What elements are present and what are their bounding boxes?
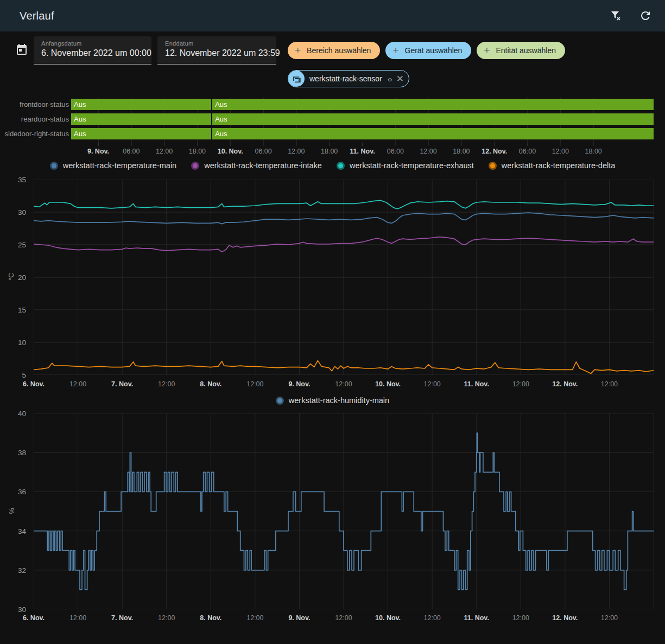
- plus-icon: +: [295, 45, 301, 55]
- tick-label: 18:00: [585, 148, 602, 155]
- temperature-x-axis: 6. Nov.12:007. Nov.12:008. Nov.12:009. N…: [34, 380, 654, 390]
- legend-item[interactable]: werkstatt-rack-temperature-exhaust: [337, 161, 474, 170]
- timeline-segment[interactable]: Aus: [71, 128, 211, 139]
- tick-mark: [296, 143, 296, 146]
- timeline-row-label: sidedoor-right-status: [0, 128, 69, 139]
- timeline-row-labels: frontdoor-statusreardoor-statussidedoor-…: [0, 99, 69, 143]
- legend-series-label: werkstatt-rack-humidity-main: [289, 396, 389, 405]
- tick-mark: [197, 143, 198, 146]
- expand-entity-icon[interactable]: ‹›: [388, 74, 392, 84]
- legend-dot: [191, 162, 199, 170]
- legend-series-label: werkstatt-rack-temperature-exhaust: [350, 161, 474, 170]
- timeline-tick: 06:00: [123, 143, 140, 155]
- humidity-legend: werkstatt-rack-humidity-main: [0, 396, 665, 405]
- timeline-segment[interactable]: Aus: [212, 99, 654, 110]
- x-tick-label: 10. Nov.: [375, 614, 401, 622]
- temperature-legend: werkstatt-rack-temperature-mainwerkstatt…: [0, 161, 665, 170]
- timeline-segment[interactable]: Aus: [71, 113, 211, 125]
- tick-mark: [395, 143, 396, 146]
- tick-mark: [461, 143, 461, 146]
- timeline-segment[interactable]: Aus: [71, 99, 211, 110]
- x-tick-label: 12:00: [246, 380, 263, 388]
- y-tick-label: 38: [18, 449, 26, 457]
- humidity-chart[interactable]: [34, 413, 654, 609]
- legend-item[interactable]: werkstatt-rack-temperature-delta: [489, 161, 616, 170]
- temperature-plot-svg: [34, 180, 654, 375]
- end-date-label: Enddatum: [165, 40, 269, 47]
- remove-entity-icon[interactable]: ✕: [396, 74, 404, 84]
- timeline-tick: 12:00: [420, 143, 436, 155]
- tick-label: 12:00: [420, 148, 436, 155]
- select-device-chip[interactable]: + Gerät auswählen: [385, 42, 471, 59]
- timeline-tick: 18:00: [453, 143, 470, 155]
- legend-item[interactable]: werkstatt-rack-temperature-intake: [191, 161, 322, 170]
- x-tick-label: 11. Nov.: [464, 614, 489, 622]
- humidity-x-axis: 6. Nov.12:007. Nov.12:008. Nov.12:009. N…: [34, 614, 654, 624]
- select-area-chip[interactable]: + Bereich auswählen: [288, 42, 380, 59]
- legend-series-label: werkstatt-rack-temperature-main: [63, 161, 177, 170]
- door-status-timeline: AusAusAusAusAusAus: [71, 99, 654, 143]
- calendar-icon[interactable]: [15, 43, 28, 59]
- timeline-tick: 12:00: [156, 143, 173, 155]
- start-date-field[interactable]: Anfangsdatum 6. November 2022 um 00:00: [34, 36, 151, 65]
- select-area-label: Bereich auswählen: [307, 46, 371, 55]
- segment-state-label: Aus: [74, 113, 86, 125]
- x-tick-label: 6. Nov.: [23, 614, 45, 622]
- y-tick-label: 36: [18, 488, 26, 496]
- temperature-chart[interactable]: [34, 180, 654, 375]
- x-tick-label: 12:00: [601, 614, 618, 622]
- x-tick-label: 8. Nov.: [200, 380, 221, 388]
- x-tick-label: 12:00: [424, 380, 441, 388]
- x-tick-label: 12:00: [246, 614, 263, 622]
- tick-label: 06:00: [123, 148, 140, 155]
- tick-label: 12:00: [288, 148, 305, 155]
- legend-dot: [50, 162, 58, 170]
- timeline-row-label: frontdoor-status: [0, 99, 69, 110]
- filter-remove-icon: [610, 9, 623, 22]
- humidity-plot-svg: [34, 413, 654, 609]
- timeline-segment[interactable]: Aus: [212, 113, 654, 125]
- x-tick-label: 12:00: [335, 614, 352, 622]
- end-date-field[interactable]: Enddatum 12. November 2022 um 23:59: [157, 36, 276, 65]
- timeline-tick: 11. Nov.: [350, 143, 375, 155]
- tick-label: 12. Nov.: [482, 148, 507, 155]
- page-title: Verlauf: [20, 10, 54, 22]
- tick-mark: [362, 143, 363, 146]
- legend-item[interactable]: werkstatt-rack-humidity-main: [276, 396, 389, 405]
- filter-chips-row: + Bereich auswählen + Gerät auswählen + …: [288, 42, 565, 59]
- legend-series-label: werkstatt-rack-temperature-intake: [204, 161, 322, 170]
- remove-filters-icon-button[interactable]: [607, 7, 625, 24]
- x-tick-label: 7. Nov.: [111, 614, 133, 622]
- tick-mark: [527, 143, 528, 146]
- timeline-row: AusAus: [71, 99, 654, 110]
- y-tick-label: 34: [18, 527, 26, 535]
- x-tick-label: 7. Nov.: [111, 380, 133, 388]
- y-tick-label: 5: [22, 371, 26, 379]
- timeline-time-axis: 9. Nov.06:0012:0018:0010. Nov.06:0012:00…: [71, 143, 654, 157]
- x-tick-label: 12:00: [158, 380, 175, 388]
- tick-mark: [494, 143, 495, 146]
- refresh-icon-button[interactable]: [637, 7, 654, 24]
- segment-state-label: Aus: [215, 128, 227, 139]
- x-tick-label: 12:00: [512, 614, 529, 622]
- legend-item[interactable]: werkstatt-rack-temperature-main: [50, 161, 177, 170]
- x-tick-label: 6. Nov.: [23, 380, 45, 388]
- y-tick-label: 25: [18, 241, 26, 249]
- x-tick-label: 12:00: [601, 380, 618, 388]
- timeline-tick: 12:00: [288, 143, 305, 155]
- tick-label: 12:00: [552, 148, 569, 155]
- app-header: Verlauf: [0, 0, 665, 31]
- x-tick-label: 8. Nov.: [200, 614, 221, 622]
- x-tick-label: 10. Nov.: [375, 380, 401, 388]
- timeline-tick: 18:00: [321, 143, 338, 155]
- plus-icon: +: [484, 45, 490, 55]
- y-tick-label: 40: [18, 410, 26, 418]
- timeline-tick: 06:00: [519, 143, 536, 155]
- header-actions: [607, 0, 654, 31]
- entity-filter-chip[interactable]: werkstatt-rack-sensor ‹› ✕: [288, 70, 409, 87]
- start-date-value: 6. November 2022 um 00:00: [41, 48, 144, 58]
- timeline-segment[interactable]: Aus: [212, 128, 654, 139]
- select-entity-chip[interactable]: + Entität auswählen: [477, 42, 565, 59]
- segment-state-label: Aus: [215, 99, 227, 110]
- tick-label: 18:00: [189, 148, 206, 155]
